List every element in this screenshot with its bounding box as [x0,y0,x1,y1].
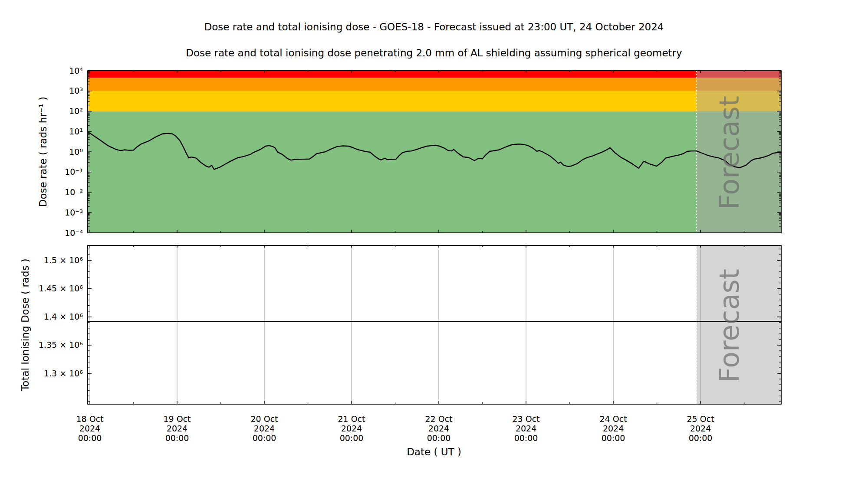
date-tick-label: 00:00 [253,433,276,443]
dose-rate-threshold-bands [88,71,781,233]
dose-rate-tick-label: 10⁰ [69,147,83,157]
dose-rate-tick-label: 10⁻² [65,187,83,197]
date-tick-label: 2024 [79,424,100,433]
date-tick-label: 00:00 [165,433,189,443]
date-tick-label: 2024 [516,424,536,433]
dose-rate-tick-label: 10² [69,106,83,116]
dose-rate-band-orange [88,78,781,91]
date-tick-label: 22 Oct [425,414,453,424]
dose-rate-y-axis-label: Dose rate ( rads hr⁻¹ ) [37,97,49,207]
total-dose-gridlines [90,245,700,404]
total-dose-tick-label: 1.45 × 10⁶ [39,284,83,293]
date-tick-label: 2024 [254,424,275,433]
total-dose-y-axis-label: Total Ionising Dose ( rads ) [20,258,31,392]
date-tick-label: 00:00 [78,433,102,443]
date-tick-label: 18 Oct [76,414,103,424]
total-dose-tick-label: 1.3 × 10⁶ [44,369,83,378]
total-dose-tick-label: 1.5 × 10⁶ [44,255,83,265]
date-tick-label: 2024 [341,424,362,433]
date-tick-label: 00:00 [340,433,364,443]
total-dose-panel-border [88,245,781,404]
total-dose-tick-label: 1.35 × 10⁶ [39,340,83,350]
date-tick-label: 21 Oct [338,414,365,424]
date-tick-label: 19 Oct [163,414,191,424]
date-tick-label: 00:00 [689,433,713,443]
date-tick-label: 24 Oct [600,414,627,424]
forecast-watermark-bottom: Forecast [713,269,745,382]
date-tick-label: 20 Oct [250,414,278,424]
chart-title: Dose rate and total ionising dose - GOES… [204,21,664,33]
date-tick-label: 2024 [428,424,449,433]
date-tick-label: 00:00 [514,433,538,443]
chart-subtitle: Dose rate and total ionising dose penetr… [186,47,682,59]
date-tick-label: 2024 [167,424,187,433]
total-dose-tick-label: 1.4 × 10⁶ [44,312,83,321]
date-tick-label: 00:00 [427,433,451,443]
dose-rate-tick-label: 10¹ [69,127,83,136]
dose-rate-tick-label: 10³ [69,86,83,95]
figure: Forecast Forecast 10⁴10³10²10¹10⁰10⁻¹10⁻… [0,0,868,477]
dose-forecast-chart: Forecast Forecast 10⁴10³10²10¹10⁰10⁻¹10⁻… [0,0,868,477]
dose-rate-tick-label: 10⁻³ [65,208,83,217]
dose-rate-band-yellow [88,91,781,111]
dose-rate-tick-label: 10⁴ [69,66,83,75]
forecast-watermark-top: Forecast [713,96,745,209]
date-tick-label: 2024 [603,424,624,433]
date-tick-label: 00:00 [602,433,625,443]
dose-rate-band-red [88,71,781,78]
x-axis-label: Date ( UT ) [407,446,461,457]
date-tick-label: 23 Oct [513,414,540,424]
dose-rate-tick-label: 10⁻⁴ [65,228,83,238]
dose-rate-tick-label: 10⁻¹ [65,167,83,176]
date-tick-label: 25 Oct [687,414,714,424]
dose-rate-band-green [88,111,781,233]
date-tick-label: 2024 [690,424,711,433]
